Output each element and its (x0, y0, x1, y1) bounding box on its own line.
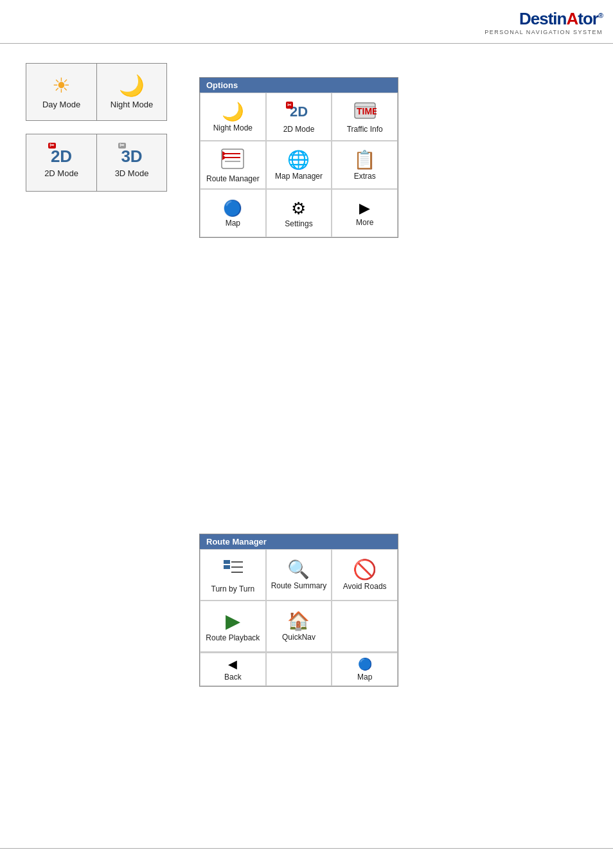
mode-2d-label: 2D Mode (44, 168, 78, 178)
route-map-icon: 🔵 (358, 657, 372, 671)
route-empty-cell (332, 601, 398, 652)
moon-icon: 🌙 (119, 75, 145, 96)
turn-by-turn-label: Turn by Turn (211, 584, 255, 593)
route-grid: Turn by Turn 🔍 Route Summary 🚫 Avoid Roa… (200, 549, 398, 652)
avoid-roads-icon: 🚫 (353, 560, 377, 579)
options-more-label: More (356, 218, 373, 227)
avoid-roads-label: Avoid Roads (343, 582, 387, 591)
route-map-label: Map (357, 673, 372, 682)
options-night-mode[interactable]: 🌙 Night Mode (200, 93, 266, 141)
turn-by-turn-icon (221, 557, 244, 582)
svg-rect-3 (222, 149, 244, 168)
options-route-label: Route Manager (206, 174, 260, 183)
day-mode-label: Day Mode (42, 100, 80, 109)
options-extras-label: Extras (354, 172, 376, 181)
avoid-roads-button[interactable]: 🚫 Avoid Roads (332, 549, 398, 601)
options-route-icon (221, 149, 244, 172)
options-panel: Options 🌙 Night Mode ✂ 2D 2D Mode TIME (199, 77, 398, 238)
2d-icon: ✂ 2D (51, 148, 72, 165)
route-back-button[interactable]: ◀ Back (200, 653, 266, 686)
svg-marker-9 (224, 560, 230, 564)
logo-tagline: Personal Navigation System (484, 29, 603, 35)
options-night-icon: 🌙 (222, 103, 244, 121)
route-summary-button[interactable]: 🔍 Route Summary (266, 549, 332, 601)
logo: DestinAtor® Personal Navigation System (484, 9, 603, 35)
route-bottom-empty (266, 653, 332, 686)
options-settings[interactable]: ⚙ Settings (266, 189, 332, 237)
quicknav-icon: 🏠 (287, 612, 310, 630)
options-extras-icon: 📋 (353, 151, 376, 169)
options-map-label: Map Manager (275, 172, 323, 181)
quicknav-label: QuickNav (282, 633, 315, 642)
options-map-manager[interactable]: 🌐 Map Manager (266, 141, 332, 189)
options-settings-label: Settings (285, 219, 312, 228)
day-mode-button[interactable]: ☀ Day Mode (26, 63, 96, 121)
header: DestinAtor® Personal Navigation System (0, 0, 613, 44)
route-playback-icon: ▶ (226, 611, 240, 631)
route-summary-label: Route Summary (271, 581, 327, 590)
mode-3d-button[interactable]: ✂ 3D 3D Mode (96, 134, 167, 192)
mode-2d-button[interactable]: ✂ 2D 2D Mode (26, 134, 96, 192)
logo-brand: DestinAtor® (519, 9, 603, 29)
options-grid: 🌙 Night Mode ✂ 2D 2D Mode TIME Traffic I… (200, 93, 398, 237)
options-2d-icon: ✂ 2D (286, 102, 312, 122)
quicknav-button[interactable]: 🏠 QuickNav (266, 601, 332, 652)
3d-icon: ✂ 3D (121, 148, 142, 165)
sun-icon: ☀ (52, 75, 71, 96)
mode-3d-label: 3D Mode (115, 168, 149, 178)
options-map-icon: 🌐 (287, 151, 310, 169)
night-mode-button[interactable]: 🌙 Night Mode (96, 63, 167, 121)
route-back-label: Back (224, 673, 242, 682)
options-map[interactable]: 🔵 Map (200, 189, 266, 237)
options-more-icon: ▶ (359, 201, 370, 215)
options-route-manager[interactable]: Route Manager (200, 141, 266, 189)
route-summary-icon: 🔍 (287, 561, 310, 579)
options-map2-icon: 🔵 (223, 201, 242, 216)
options-traffic-info[interactable]: TIME Traffic Info (332, 93, 398, 141)
options-extras[interactable]: 📋 Extras (332, 141, 398, 189)
route-bottom-row: ◀ Back 🔵 Map (200, 652, 398, 686)
route-manager-panel: Route Manager Turn by Turn 🔍 Route Summa… (199, 534, 398, 687)
night-mode-label: Night Mode (111, 100, 153, 109)
options-traffic-label: Traffic Info (347, 125, 383, 134)
options-night-label: Night Mode (213, 123, 253, 132)
route-playback-label: Route Playback (206, 633, 260, 642)
svg-text:TIME: TIME (357, 106, 377, 116)
options-map2-label: Map (226, 219, 240, 228)
route-manager-title: Route Manager (200, 534, 398, 549)
options-more[interactable]: ▶ More (332, 189, 398, 237)
route-back-icon: ◀ (228, 657, 237, 671)
footer-line (0, 848, 613, 849)
options-2d-label: 2D Mode (283, 125, 315, 134)
options-title: Options (200, 78, 398, 93)
options-traffic-icon: TIME (353, 102, 377, 122)
turn-by-turn-button[interactable]: Turn by Turn (200, 549, 266, 601)
route-playback-button[interactable]: ▶ Route Playback (200, 601, 266, 652)
route-map-button[interactable]: 🔵 Map (332, 653, 398, 686)
options-2d-mode[interactable]: ✂ 2D 2D Mode (266, 93, 332, 141)
options-settings-icon: ⚙ (291, 200, 306, 217)
svg-marker-10 (224, 565, 230, 569)
